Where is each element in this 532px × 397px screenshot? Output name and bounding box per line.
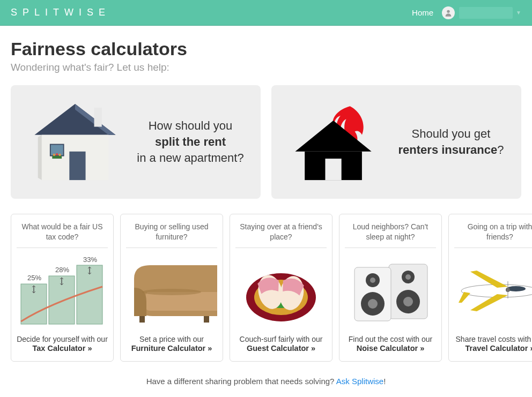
- guest-calculator-card[interactable]: Staying over at a friend's place? Couch-…: [230, 214, 332, 362]
- divider: [17, 248, 108, 248]
- card-title: Going on a trip with friends?: [454, 222, 532, 242]
- username-placeholder[interactable]: [459, 7, 513, 19]
- svg-point-42: [368, 299, 378, 309]
- travel-calculator-card[interactable]: Going on a trip with friends? Share trav…: [448, 214, 532, 362]
- card-tagline: Set a price with our: [139, 334, 204, 344]
- nav-home-link[interactable]: Home: [412, 8, 433, 17]
- svg-rect-14: [325, 159, 341, 180]
- svg-point-35: [405, 274, 411, 280]
- card-title: What would be a fair US tax code?: [17, 222, 108, 242]
- card-title: Staying over at a friend's place?: [235, 222, 327, 242]
- svg-point-11: [58, 154, 61, 156]
- svg-rect-26: [204, 316, 209, 323]
- logo[interactable]: SPLITWISE: [11, 7, 110, 18]
- text-line: How should you: [149, 119, 233, 132]
- card-cta: Furniture Calculator »: [131, 344, 212, 353]
- furniture-calculator-card[interactable]: Buying or selling used furniture? Set a …: [120, 214, 223, 362]
- card-title: Buying or selling used furniture?: [126, 222, 217, 242]
- card-tagline: Find out the cost with our: [349, 334, 432, 344]
- footer-tail: !: [383, 377, 386, 386]
- svg-rect-25: [139, 316, 145, 323]
- divider: [454, 248, 532, 248]
- avatar[interactable]: [442, 6, 455, 19]
- footer-text: Have a different sharing problem that ne…: [146, 377, 336, 386]
- svg-point-9: [53, 154, 55, 156]
- card-tagline: Share travel costs with our: [456, 334, 532, 344]
- svg-rect-8: [52, 156, 62, 159]
- svg-point-10: [56, 153, 58, 155]
- user-icon: [444, 9, 453, 17]
- svg-rect-6: [69, 152, 85, 180]
- text-bold: split the rent: [155, 135, 226, 148]
- chevron-down-icon[interactable]: ▼: [516, 10, 521, 16]
- split-rent-text: How should you split the rent in a new a…: [136, 118, 245, 166]
- text-line: in a new apartment?: [137, 151, 243, 164]
- featured-cards-row: How should you split the rent in a new a…: [11, 85, 521, 199]
- renters-insurance-card[interactable]: Should you get renters insurance?: [271, 85, 521, 199]
- svg-text:33%: 33%: [83, 256, 97, 264]
- calculator-cards-row: What would be a fair US tax code? 25% 28…: [11, 214, 521, 362]
- footer-prompt: Have a different sharing problem that ne…: [11, 377, 521, 386]
- svg-text:25%: 25%: [27, 274, 41, 282]
- noise-calculator-card[interactable]: Loud neighbors? Can't sleep at night? Fi…: [339, 214, 442, 362]
- main-content: Fairness calculators Wondering what's fa…: [0, 26, 532, 391]
- text-line: Should you get: [412, 127, 491, 140]
- card-tagline: Decide for yourself with our: [17, 334, 108, 344]
- svg-point-24: [142, 289, 201, 295]
- house-icon: [27, 99, 123, 185]
- svg-text:28%: 28%: [55, 266, 69, 274]
- house-fire-icon: [287, 99, 384, 185]
- renters-insurance-text: Should you get renters insurance?: [397, 126, 505, 158]
- text-q: ?: [497, 143, 504, 156]
- sofa-icon: [126, 254, 217, 327]
- svg-point-40: [370, 278, 375, 283]
- page-subtitle: Wondering what's fair? Let us help:: [11, 62, 521, 73]
- page-title: Fairness calculators: [11, 39, 521, 59]
- divider: [126, 248, 217, 248]
- text-bold: renters insurance: [398, 143, 498, 156]
- card-cta: Travel Calculator »: [466, 344, 532, 353]
- ask-splitwise-link[interactable]: Ask Splitwise: [336, 377, 383, 386]
- divider: [235, 248, 327, 248]
- svg-point-0: [447, 10, 449, 12]
- svg-rect-3: [94, 108, 102, 127]
- tax-calculator-card[interactable]: What would be a fair US tax code? 25% 28…: [11, 214, 114, 362]
- slippers-icon: [235, 254, 327, 327]
- svg-marker-5: [38, 135, 42, 180]
- svg-point-37: [403, 297, 413, 306]
- card-tagline: Couch-surf fairly with our: [240, 334, 323, 344]
- split-rent-card[interactable]: How should you split the rent in a new a…: [11, 85, 261, 199]
- card-cta: Tax Calculator »: [33, 344, 92, 353]
- speakers-icon: [345, 254, 436, 327]
- card-title: Loud neighbors? Can't sleep at night?: [345, 222, 436, 242]
- card-cta: Guest Calculator »: [247, 344, 315, 353]
- header: SPLITWISE Home ▼: [0, 0, 532, 26]
- tax-chart-icon: 25% 28% 33%: [17, 254, 108, 327]
- card-cta: Noise Calculator »: [357, 344, 425, 353]
- airplane-icon: [454, 254, 532, 327]
- divider: [345, 248, 436, 248]
